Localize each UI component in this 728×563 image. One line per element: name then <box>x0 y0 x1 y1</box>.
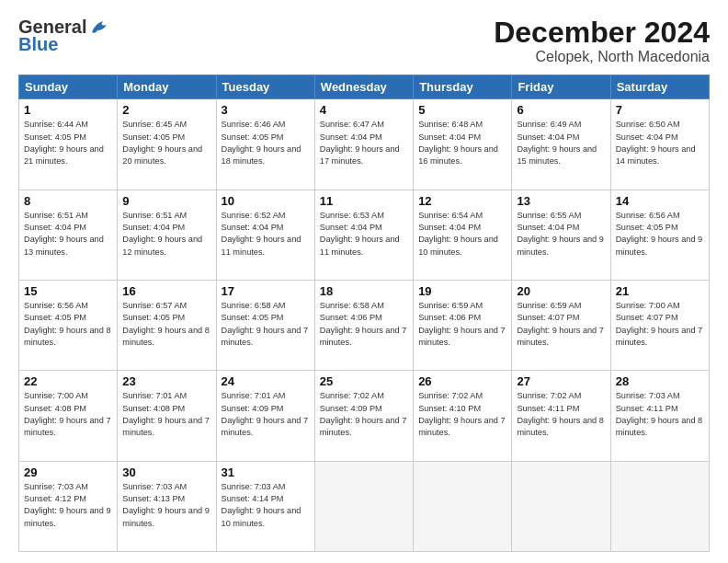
weekday-header-wednesday: Wednesday <box>314 75 413 99</box>
calendar-cell: 1Sunrise: 6:44 AMSunset: 4:05 PMDaylight… <box>19 99 118 190</box>
calendar-cell: 7Sunrise: 6:50 AMSunset: 4:04 PMDaylight… <box>610 99 709 190</box>
calendar-cell: 8Sunrise: 6:51 AMSunset: 4:04 PMDaylight… <box>19 190 118 280</box>
day-info: Sunrise: 7:02 AMSunset: 4:11 PMDaylight:… <box>517 390 605 439</box>
calendar-cell <box>414 461 512 551</box>
day-number: 18 <box>320 284 408 298</box>
calendar-cell: 29Sunrise: 7:03 AMSunset: 4:12 PMDayligh… <box>19 461 118 551</box>
day-info: Sunrise: 6:59 AMSunset: 4:07 PMDaylight:… <box>517 300 605 349</box>
calendar-cell: 14Sunrise: 6:56 AMSunset: 4:05 PMDayligh… <box>610 190 709 280</box>
day-number: 8 <box>24 194 112 208</box>
day-number: 10 <box>222 194 310 208</box>
logo-bird-icon <box>90 19 110 36</box>
calendar-cell <box>314 461 413 551</box>
day-info: Sunrise: 6:56 AMSunset: 4:05 PMDaylight:… <box>616 210 704 259</box>
day-info: Sunrise: 7:02 AMSunset: 4:10 PMDaylight:… <box>418 390 506 439</box>
day-number: 20 <box>517 284 605 298</box>
location: Celopek, North Macedonia <box>494 49 710 65</box>
weekday-header-monday: Monday <box>118 75 216 99</box>
calendar-cell: 25Sunrise: 7:02 AMSunset: 4:09 PMDayligh… <box>314 371 413 461</box>
calendar-cell: 20Sunrise: 6:59 AMSunset: 4:07 PMDayligh… <box>512 280 610 370</box>
day-number: 19 <box>418 284 506 298</box>
weekday-header-thursday: Thursday <box>414 75 512 99</box>
calendar-cell: 24Sunrise: 7:01 AMSunset: 4:09 PMDayligh… <box>216 371 314 461</box>
day-info: Sunrise: 6:57 AMSunset: 4:05 PMDaylight:… <box>122 300 210 349</box>
calendar-cell: 2Sunrise: 6:45 AMSunset: 4:05 PMDaylight… <box>118 99 216 190</box>
calendar-cell <box>512 461 610 551</box>
calendar-cell: 13Sunrise: 6:55 AMSunset: 4:04 PMDayligh… <box>512 190 610 280</box>
day-info: Sunrise: 6:55 AMSunset: 4:04 PMDaylight:… <box>517 210 605 259</box>
day-info: Sunrise: 7:01 AMSunset: 4:09 PMDaylight:… <box>222 390 310 439</box>
day-number: 25 <box>320 374 408 388</box>
calendar-cell: 5Sunrise: 6:48 AMSunset: 4:04 PMDaylight… <box>414 99 512 190</box>
day-info: Sunrise: 7:00 AMSunset: 4:08 PMDaylight:… <box>24 390 112 439</box>
day-info: Sunrise: 7:03 AMSunset: 4:11 PMDaylight:… <box>616 390 704 439</box>
day-number: 21 <box>616 284 704 298</box>
calendar-cell <box>610 461 709 551</box>
weekday-header-sunday: Sunday <box>19 75 118 99</box>
day-number: 31 <box>222 465 310 479</box>
calendar-cell: 17Sunrise: 6:58 AMSunset: 4:05 PMDayligh… <box>216 280 314 370</box>
calendar-week-4: 22Sunrise: 7:00 AMSunset: 4:08 PMDayligh… <box>19 371 710 461</box>
calendar-cell: 10Sunrise: 6:52 AMSunset: 4:04 PMDayligh… <box>216 190 314 280</box>
calendar-cell: 26Sunrise: 7:02 AMSunset: 4:10 PMDayligh… <box>414 371 512 461</box>
day-number: 9 <box>122 194 210 208</box>
day-info: Sunrise: 6:58 AMSunset: 4:06 PMDaylight:… <box>320 300 408 349</box>
calendar-cell: 27Sunrise: 7:02 AMSunset: 4:11 PMDayligh… <box>512 371 610 461</box>
day-info: Sunrise: 6:45 AMSunset: 4:05 PMDaylight:… <box>122 119 210 167</box>
day-info: Sunrise: 7:03 AMSunset: 4:12 PMDaylight:… <box>24 481 112 530</box>
day-info: Sunrise: 6:52 AMSunset: 4:04 PMDaylight:… <box>222 210 310 259</box>
logo: General Blue <box>18 17 110 55</box>
day-info: Sunrise: 6:51 AMSunset: 4:04 PMDaylight:… <box>24 210 112 259</box>
day-info: Sunrise: 6:59 AMSunset: 4:06 PMDaylight:… <box>418 300 506 349</box>
day-info: Sunrise: 6:47 AMSunset: 4:04 PMDaylight:… <box>320 119 408 167</box>
day-info: Sunrise: 6:49 AMSunset: 4:04 PMDaylight:… <box>517 119 605 167</box>
calendar-cell: 22Sunrise: 7:00 AMSunset: 4:08 PMDayligh… <box>19 371 118 461</box>
header: General Blue December 2024 Celopek, Nort… <box>18 17 710 65</box>
day-info: Sunrise: 6:58 AMSunset: 4:05 PMDaylight:… <box>222 300 310 349</box>
calendar-cell: 31Sunrise: 7:03 AMSunset: 4:14 PMDayligh… <box>216 461 314 551</box>
title-block: December 2024 Celopek, North Macedonia <box>494 17 710 65</box>
day-number: 29 <box>24 465 112 479</box>
calendar-cell: 16Sunrise: 6:57 AMSunset: 4:05 PMDayligh… <box>118 280 216 370</box>
calendar-cell: 6Sunrise: 6:49 AMSunset: 4:04 PMDaylight… <box>512 99 610 190</box>
day-number: 22 <box>24 374 112 388</box>
day-number: 17 <box>222 284 310 298</box>
calendar-cell: 12Sunrise: 6:54 AMSunset: 4:04 PMDayligh… <box>414 190 512 280</box>
day-number: 7 <box>616 103 704 117</box>
weekday-header-friday: Friday <box>512 75 610 99</box>
day-info: Sunrise: 7:00 AMSunset: 4:07 PMDaylight:… <box>616 300 704 349</box>
day-number: 14 <box>616 194 704 208</box>
calendar-cell: 15Sunrise: 6:56 AMSunset: 4:05 PMDayligh… <box>19 280 118 370</box>
calendar-cell: 21Sunrise: 7:00 AMSunset: 4:07 PMDayligh… <box>610 280 709 370</box>
logo-blue: Blue <box>18 34 58 55</box>
day-number: 30 <box>122 465 210 479</box>
day-info: Sunrise: 6:46 AMSunset: 4:05 PMDaylight:… <box>222 119 310 167</box>
day-info: Sunrise: 6:50 AMSunset: 4:04 PMDaylight:… <box>616 119 704 167</box>
day-number: 12 <box>418 194 506 208</box>
calendar-cell: 11Sunrise: 6:53 AMSunset: 4:04 PMDayligh… <box>314 190 413 280</box>
day-number: 13 <box>517 194 605 208</box>
day-number: 3 <box>222 103 310 117</box>
weekday-header-row: SundayMondayTuesdayWednesdayThursdayFrid… <box>19 75 710 99</box>
day-number: 27 <box>517 374 605 388</box>
day-number: 2 <box>122 103 210 117</box>
day-info: Sunrise: 6:48 AMSunset: 4:04 PMDaylight:… <box>418 119 506 167</box>
calendar-week-3: 15Sunrise: 6:56 AMSunset: 4:05 PMDayligh… <box>19 280 710 370</box>
day-number: 11 <box>320 194 408 208</box>
calendar-cell: 9Sunrise: 6:51 AMSunset: 4:04 PMDaylight… <box>118 190 216 280</box>
calendar-cell: 30Sunrise: 7:03 AMSunset: 4:13 PMDayligh… <box>118 461 216 551</box>
day-info: Sunrise: 7:01 AMSunset: 4:08 PMDaylight:… <box>122 390 210 439</box>
weekday-header-saturday: Saturday <box>610 75 709 99</box>
calendar-cell: 4Sunrise: 6:47 AMSunset: 4:04 PMDaylight… <box>314 99 413 190</box>
day-info: Sunrise: 7:02 AMSunset: 4:09 PMDaylight:… <box>320 390 408 439</box>
calendar-table: SundayMondayTuesdayWednesdayThursdayFrid… <box>18 75 710 552</box>
day-number: 4 <box>320 103 408 117</box>
calendar-page: General Blue December 2024 Celopek, Nort… <box>0 0 728 563</box>
calendar-week-1: 1Sunrise: 6:44 AMSunset: 4:05 PMDaylight… <box>19 99 710 190</box>
calendar-cell: 19Sunrise: 6:59 AMSunset: 4:06 PMDayligh… <box>414 280 512 370</box>
calendar-cell: 18Sunrise: 6:58 AMSunset: 4:06 PMDayligh… <box>314 280 413 370</box>
calendar-cell: 3Sunrise: 6:46 AMSunset: 4:05 PMDaylight… <box>216 99 314 190</box>
day-info: Sunrise: 6:44 AMSunset: 4:05 PMDaylight:… <box>24 119 112 167</box>
day-number: 1 <box>24 103 112 117</box>
day-info: Sunrise: 6:56 AMSunset: 4:05 PMDaylight:… <box>24 300 112 349</box>
